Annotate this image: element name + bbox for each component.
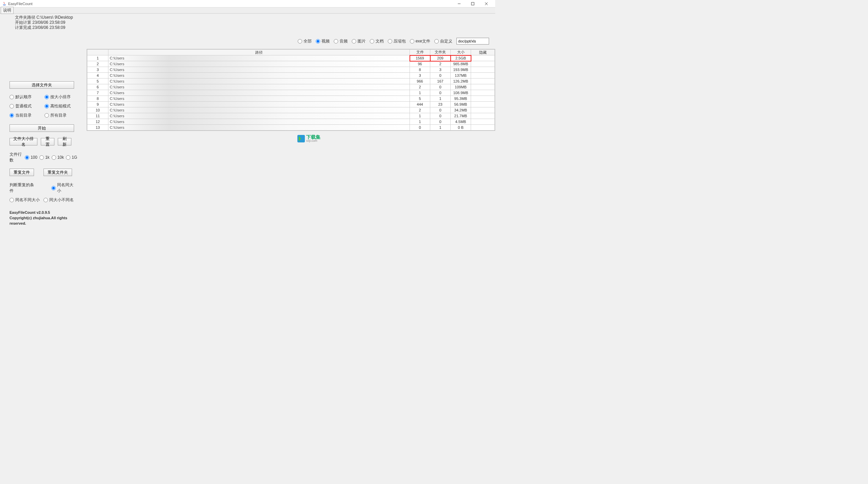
filter-bar: 全部 视频 音频 图片 文档 压缩包 exe文件 自定义 <box>298 38 489 45</box>
filter-custom[interactable]: 自定义 <box>434 38 452 44</box>
cell-folders: 167 <box>430 79 451 84</box>
table-row[interactable]: 13C:\Users010 B <box>87 125 495 131</box>
cell-index: 5 <box>87 79 108 84</box>
cell-path: C:\Users <box>108 55 410 61</box>
watermark-icon <box>297 135 305 142</box>
cell-path: C:\Users <box>108 119 410 125</box>
filter-doc[interactable]: 文档 <box>370 38 384 44</box>
menu-explain[interactable]: 说明 <box>1 7 14 14</box>
refresh-button[interactable]: 刷新 <box>58 138 71 145</box>
col-path[interactable]: 路径 <box>108 50 410 55</box>
filter-zip[interactable]: 压缩包 <box>388 38 406 44</box>
cell-size: 95.3MB <box>451 96 471 102</box>
table-row[interactable]: 6C:\Users20109MB <box>87 84 495 90</box>
radio-dir-current[interactable]: 当前目录 <box>10 113 42 118</box>
cell-size: 0 B <box>451 125 471 131</box>
cell-files: 8 <box>410 67 430 73</box>
radio-sort-size[interactable]: 按大小排序 <box>45 94 77 100</box>
close-button[interactable] <box>480 0 493 7</box>
radio-cond-same-size-diff-name[interactable]: 同大小不同名 <box>44 197 77 203</box>
cell-size: 193.9MB <box>451 67 471 73</box>
radio-rows-1g[interactable]: 1G <box>66 155 77 160</box>
radio-mode-perf[interactable]: 高性能模式 <box>45 103 77 109</box>
filter-custom-input[interactable] <box>456 38 489 45</box>
table-row[interactable]: 5C:\Users966167126.2MB <box>87 79 495 84</box>
table-row[interactable]: 10C:\Users2034.2MB <box>87 107 495 113</box>
copyright-text: Copyright(c) zhujiahua.All rights reserv… <box>10 215 77 226</box>
dup-files-button[interactable]: 重复文件 <box>10 169 34 176</box>
select-folder-button[interactable]: 选择文件夹 <box>10 81 74 89</box>
col-index[interactable] <box>87 50 108 55</box>
dup-folders-button[interactable]: 重复文件夹 <box>44 169 72 176</box>
filter-image[interactable]: 图片 <box>352 38 366 44</box>
cell-index: 2 <box>87 61 108 67</box>
info-start: 开始计算 23/08/06 23:58:09 <box>15 20 495 25</box>
cell-hidden <box>471 96 495 102</box>
cell-folders: 0 <box>430 119 451 125</box>
radio-cond-same-name-size[interactable]: 同名同大小 <box>51 182 77 194</box>
radio-rows-10k[interactable]: 10k <box>52 155 64 160</box>
cell-files: 5 <box>410 96 430 102</box>
table-header-row: 路径 文件 文件夹 大小 隐藏 <box>87 50 495 55</box>
cell-size: 985.8MB <box>451 61 471 67</box>
col-hidden[interactable]: 隐藏 <box>471 50 495 55</box>
radio-dir-all[interactable]: 所有目录 <box>45 113 77 118</box>
reset-button[interactable]: 重置 <box>41 138 54 145</box>
cell-size: 126.2MB <box>451 79 471 84</box>
cell-path: C:\Users <box>108 107 410 113</box>
cell-path: C:\Users <box>108 113 410 119</box>
table-row[interactable]: 3C:\Users83193.9MB <box>87 67 495 73</box>
radio-rows-1k[interactable]: 1k <box>39 155 50 160</box>
start-button[interactable]: 开始 <box>10 124 74 132</box>
table-row[interactable]: 8C:\Users5195.3MB <box>87 96 495 102</box>
cell-folders: 1 <box>430 96 451 102</box>
cell-path: C:\Users <box>108 102 410 107</box>
table-row[interactable]: 2C:\Users962985.8MB <box>87 61 495 67</box>
cell-folders: 0 <box>430 107 451 113</box>
cell-path: C:\Users <box>108 90 410 96</box>
col-folders[interactable]: 文件夹 <box>430 50 451 55</box>
cell-hidden <box>471 90 495 96</box>
cell-hidden <box>471 55 495 61</box>
cell-folders: 0 <box>430 73 451 79</box>
table-row[interactable]: 4C:\Users30137MB <box>87 73 495 79</box>
table-row[interactable]: 9C:\Users4442356.9MB <box>87 102 495 107</box>
maximize-button[interactable] <box>466 0 480 7</box>
file-rows-label: 文件行数 <box>10 152 23 163</box>
filter-audio[interactable]: 音频 <box>334 38 348 44</box>
info-path: 文件夹路径 C:\Users\ 9\Desktop <box>15 15 495 20</box>
radio-sort-default[interactable]: 默认顺序 <box>10 94 42 100</box>
cell-index: 6 <box>87 84 108 90</box>
titlebar: EasyFileCount <box>0 0 495 7</box>
minimize-button[interactable] <box>452 0 466 7</box>
table-row[interactable]: 1C:\Users15692092.5GB <box>87 55 495 61</box>
filter-video[interactable]: 视频 <box>316 38 330 44</box>
filter-exe[interactable]: exe文件 <box>410 38 430 44</box>
table-row[interactable]: 7C:\Users10108.9MB <box>87 90 495 96</box>
cell-index: 9 <box>87 102 108 107</box>
radio-mode-normal[interactable]: 普通模式 <box>10 103 42 109</box>
col-size[interactable]: 大小 <box>451 50 471 55</box>
cell-files: 2 <box>410 107 430 113</box>
filter-all[interactable]: 全部 <box>298 38 312 44</box>
cell-hidden <box>471 119 495 125</box>
cell-hidden <box>471 84 495 90</box>
table-row[interactable]: 12C:\Users104.5MB <box>87 119 495 125</box>
rank-size-button[interactable]: 文件大小排名 <box>10 138 37 145</box>
table-row[interactable]: 11C:\Users1021.7MB <box>87 113 495 119</box>
cell-files: 1569 <box>410 55 430 61</box>
cell-folders: 23 <box>430 102 451 107</box>
radio-cond-same-name-diff-size[interactable]: 同名不同大小 <box>10 197 44 203</box>
cell-size: 34.2MB <box>451 107 471 113</box>
cell-path: C:\Users <box>108 84 410 90</box>
version-text: EasyFileCount v2.0.9.5 <box>10 210 77 215</box>
cell-path: C:\Users <box>108 73 410 79</box>
cell-files: 1 <box>410 90 430 96</box>
cell-path: C:\Users <box>108 61 410 67</box>
info-done: 计算完成 23/08/06 23:58:09 <box>15 25 495 30</box>
col-files[interactable]: 文件 <box>410 50 430 55</box>
cell-folders: 3 <box>430 67 451 73</box>
cell-index: 4 <box>87 73 108 79</box>
radio-rows-100[interactable]: 100 <box>25 155 37 160</box>
left-panel: 选择文件夹 默认顺序 按大小排序 普通模式 高性能模式 当前目录 所有目录 开始… <box>0 30 87 229</box>
